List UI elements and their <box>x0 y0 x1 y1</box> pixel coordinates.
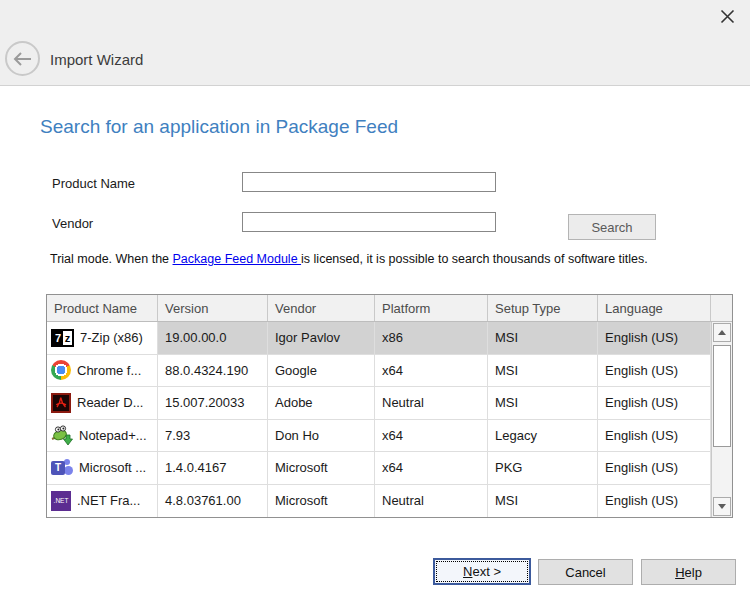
cell-setup-type: MSI <box>488 485 598 518</box>
cell-language: English (US) <box>598 452 711 484</box>
cell-platform: x64 <box>375 355 488 387</box>
teams-icon: T <box>51 458 73 478</box>
cell-language: English (US) <box>598 485 711 518</box>
results-table: Product Name Version Vendor Platform Set… <box>46 294 733 518</box>
column-header-product-name[interactable]: Product Name <box>47 295 158 321</box>
scrollbar-up-button[interactable] <box>713 323 731 342</box>
cancel-button[interactable]: Cancel <box>538 559 633 585</box>
back-arrow-icon <box>13 52 32 66</box>
close-button[interactable] <box>716 5 738 27</box>
cell-version: 4.8.03761.00 <box>158 485 268 518</box>
vendor-label: Vendor <box>52 216 93 231</box>
column-header-spacer <box>711 295 732 321</box>
column-header-vendor[interactable]: Vendor <box>268 295 375 321</box>
page-title: Search for an application in Package Fee… <box>40 116 398 138</box>
cell-version: 7.93 <box>158 420 268 452</box>
dotnet-icon: .NET <box>51 491 71 511</box>
cell-setup-type: MSI <box>488 355 598 387</box>
chrome-icon <box>51 360 71 380</box>
cell-product: Chrome f... <box>77 363 141 378</box>
scrollbar-down-button[interactable] <box>713 497 731 516</box>
vertical-scrollbar[interactable] <box>711 322 732 517</box>
cell-version: 15.007.20033 <box>158 387 268 419</box>
cell-vendor: Igor Pavlov <box>268 322 375 354</box>
back-button[interactable] <box>5 41 40 76</box>
cell-version: 88.0.4324.190 <box>158 355 268 387</box>
package-feed-module-link[interactable]: Package Feed Module <box>173 252 302 266</box>
column-header-platform[interactable]: Platform <box>375 295 488 321</box>
cell-vendor: Microsoft <box>268 485 375 518</box>
cell-vendor: Don Ho <box>268 420 375 452</box>
cell-product: Reader D... <box>77 395 143 410</box>
7zip-icon: 7z <box>51 329 74 347</box>
cell-language: English (US) <box>598 355 711 387</box>
cell-setup-type: Legacy <box>488 420 598 452</box>
table-row-dotnet-framework[interactable]: .NET .NET Fra... 4.8.03761.00 Microsoft … <box>47 485 711 518</box>
wizard-header-title: Import Wizard <box>50 51 143 68</box>
cell-product: .NET Fra... <box>77 493 140 508</box>
table-row-chrome[interactable]: Chrome f... 88.0.4324.190 Google x64 MSI… <box>47 355 711 388</box>
table-row-microsoft-teams[interactable]: T Microsoft ... 1.4.0.4167 Microsoft x64… <box>47 452 711 485</box>
search-button[interactable]: Search <box>568 214 656 240</box>
adobe-reader-icon <box>51 393 71 413</box>
cell-platform: x64 <box>375 420 488 452</box>
cell-vendor: Microsoft <box>268 452 375 484</box>
table-rows-area: 7z 7-Zip (x86) 19.00.00.0 Igor Pavlov x8… <box>47 322 711 517</box>
wizard-header: Import Wizard <box>0 0 750 86</box>
cell-language: English (US) <box>598 322 711 354</box>
product-name-input[interactable] <box>242 172 496 192</box>
table-body: 7z 7-Zip (x86) 19.00.00.0 Igor Pavlov x8… <box>47 322 732 517</box>
cell-language: English (US) <box>598 387 711 419</box>
cell-platform: Neutral <box>375 485 488 518</box>
product-name-label: Product Name <box>52 176 135 191</box>
scrollbar-thumb[interactable] <box>713 345 731 447</box>
table-row-notepad-plus-plus[interactable]: Notepad+... 7.93 Don Ho x64 Legacy Engli… <box>47 420 711 453</box>
notepad-plus-plus-icon <box>51 424 73 446</box>
cell-setup-type: PKG <box>488 452 598 484</box>
scroll-up-icon <box>718 330 726 335</box>
trial-notice-before: Trial mode. When the <box>50 252 173 266</box>
cell-vendor: Adobe <box>268 387 375 419</box>
scroll-down-icon <box>718 504 726 509</box>
cell-vendor: Google <box>268 355 375 387</box>
cell-platform: x86 <box>375 322 488 354</box>
table-header-row: Product Name Version Vendor Platform Set… <box>47 295 732 322</box>
cell-setup-type: MSI <box>488 387 598 419</box>
cell-product: 7-Zip (x86) <box>80 330 143 345</box>
cell-platform: Neutral <box>375 387 488 419</box>
table-row-adobe-reader[interactable]: Reader D... 15.007.20033 Adobe Neutral M… <box>47 387 711 420</box>
close-icon <box>720 9 735 24</box>
cell-setup-type: MSI <box>488 322 598 354</box>
next-button[interactable]: Next > <box>433 558 531 585</box>
table-row-7zip[interactable]: 7z 7-Zip (x86) 19.00.00.0 Igor Pavlov x8… <box>47 322 711 355</box>
cell-product: Microsoft ... <box>79 460 146 475</box>
help-button[interactable]: Help <box>641 559 736 585</box>
column-header-language[interactable]: Language <box>598 295 711 321</box>
trial-notice-after: is licensed, it is possible to search th… <box>301 252 648 266</box>
column-header-version[interactable]: Version <box>158 295 268 321</box>
column-header-setup-type[interactable]: Setup Type <box>488 295 598 321</box>
vendor-input[interactable] <box>242 212 496 232</box>
cell-version: 19.00.00.0 <box>158 322 268 354</box>
cell-platform: x64 <box>375 452 488 484</box>
cell-version: 1.4.0.4167 <box>158 452 268 484</box>
trial-notice: Trial mode. When the Package Feed Module… <box>50 252 648 266</box>
cell-language: English (US) <box>598 420 711 452</box>
cell-product: Notepad+... <box>79 428 147 443</box>
